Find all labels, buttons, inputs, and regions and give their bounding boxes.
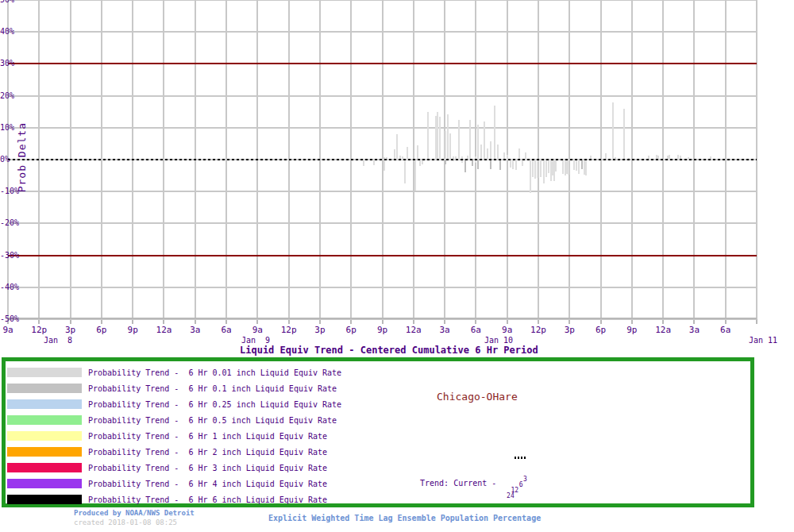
prob-bar [532, 160, 534, 177]
prob-bar [576, 160, 577, 171]
legend-row: Probability Trend - 6 Hr 6 inch Liquid E… [6, 492, 341, 507]
prob-delta-chart: 50%40%30%20%10%0%-10%-20%-30%-40%-50% 9a… [0, 0, 794, 357]
x-tick-label: 9p [626, 325, 637, 335]
prob-bar [522, 160, 523, 166]
y-tick-label: -40% [0, 283, 19, 291]
prob-bar [464, 160, 466, 172]
x-tick-label: 6a [221, 325, 231, 335]
prob-bar [545, 160, 547, 177]
prob-bar [512, 160, 514, 169]
legend-swatch [7, 463, 82, 472]
prob-bar [534, 160, 536, 179]
x-tick-label: 12a [406, 325, 422, 335]
prob-bar [447, 114, 449, 160]
legend-swatch [7, 399, 82, 409]
zero-line [8, 159, 757, 160]
prob-bar [404, 160, 406, 183]
prob-bar [497, 145, 499, 160]
station-label: Chicago-OHare [437, 391, 518, 403]
y-tick-label: 20% [0, 92, 14, 100]
prob-bar [419, 160, 421, 166]
prob-bar [469, 120, 471, 160]
legend-swatch [7, 447, 82, 457]
x-tick-label: 3p [65, 325, 75, 335]
prob-bar [439, 117, 441, 160]
prob-bar [363, 160, 364, 166]
footer-method-label: Explicit Weighted Time Lag Ensemble Popu… [268, 514, 541, 522]
legend-swatch [7, 479, 82, 488]
legend-label: Probability Trend - 6 Hr 0.25 inch Liqui… [88, 400, 341, 409]
x-tick-label: 9p [377, 325, 387, 335]
y-tick-label: 50% [0, 0, 14, 4]
y-tick-label: 30% [0, 60, 14, 67]
trend-current-label: Trend: Current - [420, 479, 496, 488]
prob-bar [518, 148, 520, 160]
prob-bar [414, 160, 416, 191]
legend-label: Probability Trend - 6 Hr 4 inch Liquid E… [88, 480, 327, 488]
prob-bar [445, 131, 446, 160]
threshold-line [8, 255, 757, 256]
y-tick-label: 40% [0, 28, 14, 36]
legend-row: Probability Trend - 6 Hr 0.5 inch Liquid… [6, 412, 341, 428]
prob-bar [530, 160, 531, 193]
legend-label: Probability Trend - 6 Hr 0.5 inch Liquid… [88, 416, 337, 425]
legend-row: Probability Trend - 6 Hr 2 inch Liquid E… [6, 444, 341, 460]
y-tick-label: 0% [0, 156, 10, 164]
prob-bar [458, 120, 460, 160]
prob-bar [573, 160, 575, 170]
x-axis-line [8, 318, 757, 319]
threshold-line [8, 63, 757, 64]
prob-bar [585, 160, 587, 175]
trend-lag-label: 24 [507, 493, 515, 499]
prob-bar [494, 106, 495, 160]
legend-row: Probability Trend - 6 Hr 3 inch Liquid E… [6, 460, 341, 476]
prob-bar [487, 148, 488, 160]
grid-line-h [8, 191, 757, 192]
prob-bar [499, 160, 501, 170]
trend-marker-dots-icon [515, 457, 526, 459]
prob-bar [578, 160, 580, 174]
x-tick-label: 6p [346, 325, 357, 335]
grid-line-h [8, 95, 757, 97]
prob-bar [484, 121, 485, 160]
prob-bar [548, 160, 549, 173]
chart-title: Liquid Equiv Trend - Centered Cumulative… [240, 345, 538, 356]
prob-bar [562, 160, 564, 174]
grid-line-h [8, 31, 757, 33]
prob-bar [396, 134, 398, 160]
prob-bar [623, 109, 625, 160]
legend-label: Probability Trend - 6 Hr 0.01 inch Liqui… [88, 368, 341, 377]
x-tick-label: 12p [31, 325, 47, 335]
legend-row: Probability Trend - 6 Hr 0.01 inch Liqui… [6, 364, 341, 380]
y-tick-label: -20% [0, 219, 19, 227]
x-tick-label: 12p [281, 325, 297, 335]
prob-bar [515, 160, 517, 170]
prob-bar [477, 160, 479, 169]
y-tick-label: 10% [0, 124, 14, 132]
x-tick-label: 9p [128, 325, 138, 335]
x-tick-label: 12a [655, 325, 671, 335]
footer-produced-by: Produced by NOAA/NWS Detroit [74, 509, 195, 517]
prob-bar [568, 160, 569, 175]
x-tick-label: 9a [2, 325, 13, 335]
date-label: Jan 8 [44, 336, 72, 345]
x-tick-label: 3p [565, 325, 575, 335]
prob-bar [417, 145, 418, 160]
legend-swatch [7, 368, 82, 377]
legend-swatch [7, 431, 82, 441]
grid-line-h [8, 127, 757, 129]
prob-bar [555, 160, 557, 172]
legend-label: Probability Trend - 6 Hr 6 inch Liquid E… [88, 495, 327, 504]
prob-bar [480, 145, 482, 160]
grid-line-h [8, 0, 757, 1]
trend-lag-label: 3 [523, 476, 527, 483]
prob-bar [490, 141, 491, 160]
legend-swatch [7, 415, 82, 425]
grid-line-h [8, 222, 757, 224]
liquid-equiv-trend-page: 50%40%30%20%10%0%-10%-20%-30%-40%-50% 9a… [0, 0, 794, 532]
x-tick-label: 3a [190, 325, 200, 335]
legend-row: Probability Trend - 6 Hr 4 inch Liquid E… [6, 476, 341, 492]
legend-label: Probability Trend - 6 Hr 2 inch Liquid E… [88, 448, 327, 457]
y-tick-label: -50% [0, 315, 19, 323]
x-tick-label: 3a [689, 325, 700, 335]
